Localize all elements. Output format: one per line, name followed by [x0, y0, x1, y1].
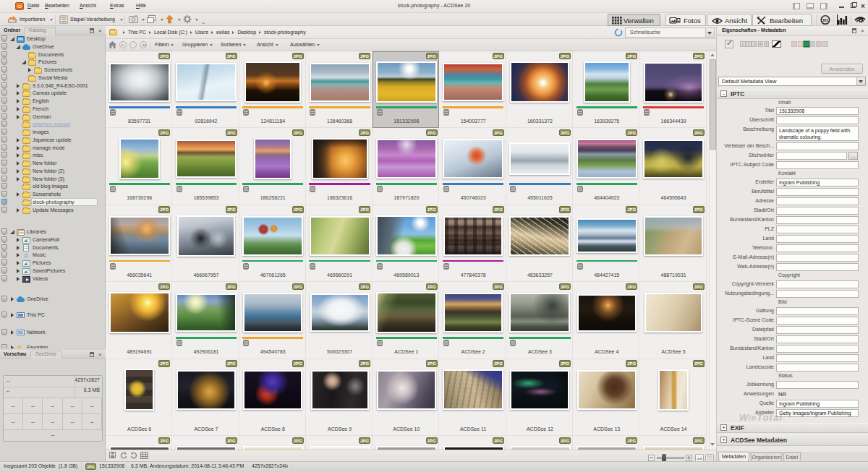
svg-text:365: 365: [822, 18, 829, 22]
